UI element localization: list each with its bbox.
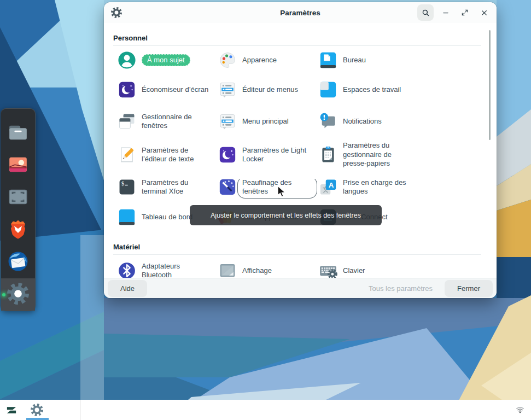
light-locker-moon-icon [218,145,237,164]
settings-item-label: Apparence [242,56,277,65]
running-indicator [2,293,5,296]
all-settings-button[interactable]: Tous les paramètres [369,284,433,293]
restore-icon [461,9,469,16]
language-icon: A [319,178,337,196]
terminal-icon: $ [118,178,136,196]
section-header-materiel: Matériel [113,232,481,251]
dock [1,108,36,311]
screensaver-moon-icon [118,80,136,99]
dock-item-file-manager[interactable] [1,118,35,150]
brave-icon [7,218,29,242]
settings-item-apparence[interactable]: Apparence [214,46,314,74]
clipboard-icon [319,145,337,164]
taskbar-separator [80,400,81,420]
maximize-button[interactable] [458,5,472,20]
screenshot-icon [7,186,29,210]
magic-wand-icon [218,178,237,196]
dock-item-screenshot-tool[interactable] [1,182,35,214]
folder-icon [7,121,29,145]
settings-item-economiseur-d-ecran[interactable]: Économiseur d’écran [113,74,214,105]
close-icon [481,9,488,16]
desktop-icon [319,51,337,69]
close-window-button[interactable]: Fermer [445,280,493,297]
svg-text:$: $ [121,180,125,186]
settings-item-label: Paramètres du gestionnaire de presse-pap… [343,141,413,168]
settings-item-bureau[interactable]: Bureau [314,46,481,74]
settings-item-label: Menu principal [242,117,289,126]
search-button[interactable] [417,4,434,21]
settings-item-label: Éditeur de menus [242,85,298,94]
scrollbar-thumb[interactable] [489,30,491,140]
dock-item-brave-browser[interactable] [1,214,35,246]
keyboard-icon [319,261,337,280]
panel-icon [118,208,136,226]
palette-icon [218,51,237,69]
settings-item-label: Notifications [343,117,382,126]
settings-item-label: Bureau [343,56,366,65]
settings-item-label: Prise en charge des langues [343,178,413,196]
display-icon [218,261,237,280]
bluetooth-icon [118,261,136,280]
thunderbird-icon [7,250,29,275]
settings-item-gestionnaire-de-fenetres[interactable]: Gestionnaire de fenêtres [113,105,214,138]
notification-bubble-icon [319,112,337,131]
settings-item-label: Paramètres de l’éditeur de texte [142,146,212,164]
gear-icon [7,283,29,307]
menu-list-icon [218,112,237,131]
magnifier-icon [421,8,430,18]
image-icon [7,154,29,178]
minimize-button[interactable] [439,5,453,20]
settings-item-label: Espaces de travail [343,85,401,94]
menu-list-icon [218,80,237,99]
settings-item-label: Clavier [343,266,365,275]
settings-item-label: Gestionnaire de fenêtres [142,113,212,131]
settings-item-editeur-de-menus[interactable]: Éditeur de menus [214,74,314,105]
settings-item-espaces-de-travail[interactable]: Espaces de travail [314,74,481,105]
text-editor-icon [118,145,136,164]
footer-bar: Aide Tous les paramètres Fermer [104,278,497,298]
settings-item-label: Paramètres de Light Locker [242,146,312,164]
workspaces-icon [319,80,337,99]
section-header-personnel: Personnel [113,23,481,42]
settings-item-label: Affichage [242,266,272,275]
settings-item-peaufinage-des-fenetres[interactable]: Peaufinage des fenêtres [214,172,314,202]
settings-item-label: Paramètres du terminal Xfce [142,178,212,196]
dock-item-thunderbird-mail[interactable] [1,246,35,278]
wifi-icon[interactable] [516,405,524,416]
settings-item-label: Adaptateurs Bluetooth [142,262,212,280]
minimize-icon [442,9,450,16]
taskbar-settings-task[interactable] [31,404,43,418]
settings-item-label: À mon sujet [142,54,190,66]
window-manager-icon [118,112,136,131]
settings-item-menu-principal[interactable]: Menu principal [214,105,314,138]
active-task-indicator [26,418,49,420]
settings-item-prise-en-charge-des-langues[interactable]: APrise en charge des langues [314,172,481,202]
titlebar[interactable]: Paramètres [104,2,497,23]
settings-item-label: Tableau de bord [142,213,192,221]
close-button[interactable] [477,5,491,20]
dock-item-image-viewer[interactable] [1,150,35,182]
settings-item-notifications[interactable]: Notifications [314,105,481,138]
app-menu-button[interactable] [4,403,19,419]
settings-list: PersonnelÀ mon sujetApparenceBureauÉcono… [104,23,497,278]
settings-window: Paramètres PersonnelÀ mon sujetApparence… [104,2,497,298]
svg-text:A: A [329,181,334,189]
settings-item-a-mon-sujet[interactable]: À mon sujet [113,46,214,74]
settings-item-parametres-de-light-locker[interactable]: Paramètres de Light Locker [214,138,314,172]
mouse-cursor [277,185,288,200]
tooltip: Ajuster le comportement et les effets de… [190,205,382,225]
dock-item-settings-manager[interactable] [1,278,35,311]
settings-item-parametres-du-terminal-xfce[interactable]: $Paramètres du terminal Xfce [113,172,214,202]
taskbar [0,400,531,420]
settings-item-label: Économiseur d’écran [142,85,208,94]
help-button[interactable]: Aide [108,280,147,297]
user-avatar-icon [118,51,136,69]
section-grid-personnel: À mon sujetApparenceBureauÉconomiseur d’… [113,46,481,232]
settings-item-parametres-du-gestionnaire-de-presse-papiers[interactable]: Paramètres du gestionnaire de presse-pap… [314,138,481,172]
settings-item-parametres-de-l-editeur-de-texte[interactable]: Paramètres de l’éditeur de texte [113,138,214,172]
desktop: Paramètres PersonnelÀ mon sujetApparence… [0,0,531,420]
